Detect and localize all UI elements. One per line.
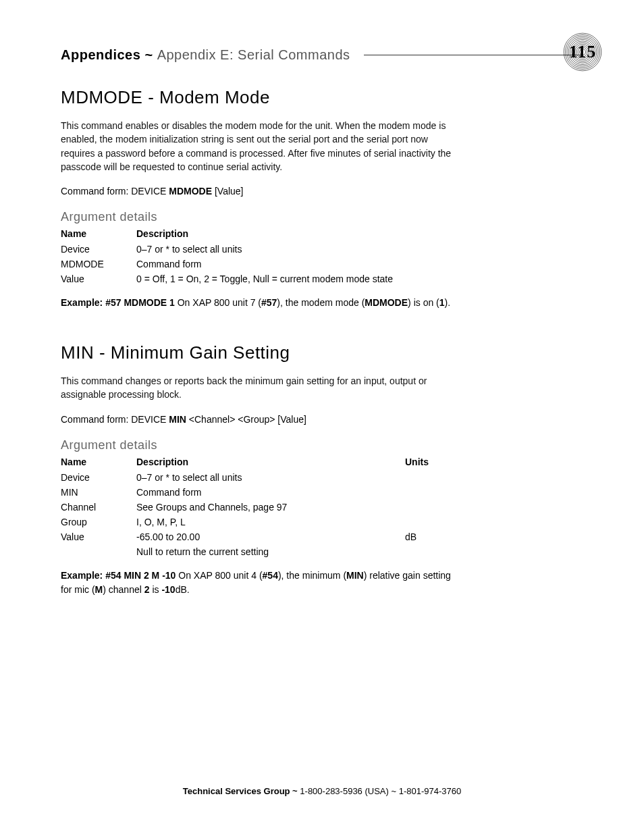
footer: Technical Services Group ~ 1-800-283-593… (0, 786, 644, 796)
breadcrumb: Appendices ~ Appendix E: Serial Commands (61, 47, 350, 63)
table-header-row: Name Description Units (61, 455, 459, 470)
arg-name: Value (61, 529, 136, 544)
arg-name: MDMODE (61, 257, 136, 271)
arg-name: Value (61, 271, 136, 286)
example-bold: #57 (261, 297, 277, 308)
col-name-header: Name (61, 227, 136, 242)
footer-rest: 1-800-283-5936 (USA) ~ 1-801-974-3760 (300, 786, 461, 796)
page-number: 115 (563, 32, 602, 72)
table-row: Channel See Groups and Channels, page 97 (61, 500, 459, 515)
arg-desc: Command form (136, 257, 459, 271)
example-text: ) channel (103, 584, 144, 595)
page-number-badge: 115 (563, 32, 602, 72)
command-form-bold: MIN (169, 414, 186, 425)
arg-name: Channel (61, 500, 136, 515)
arg-units (405, 544, 459, 559)
example-cmd: Example: #57 MDMODE 1 (61, 297, 175, 308)
arg-desc: -65.00 to 20.00 (136, 529, 405, 544)
arg-name: MIN (61, 485, 136, 500)
table-row: Value 0 = Off, 1 = On, 2 = Toggle, Null … (61, 271, 459, 286)
table-row: Null to return the current setting (61, 544, 459, 559)
example-bold: -10 (161, 584, 175, 595)
breadcrumb-light: Appendix E: Serial Commands (157, 47, 350, 62)
page-header: Appendices ~ Appendix E: Serial Commands (61, 47, 583, 63)
arg-desc: Command form (136, 485, 405, 500)
example: Example: #54 MIN 2 M -10 On XAP 800 unit… (61, 569, 459, 597)
arg-units: dB (405, 529, 459, 544)
example-text: ). (445, 297, 451, 308)
section-title: MIN - Minimum Gain Setting (61, 342, 459, 363)
arg-desc: I, O, M, P, L (136, 515, 405, 529)
arg-desc: 0 = Off, 1 = On, 2 = Toggle, Null = curr… (136, 271, 459, 286)
example-text: ) is on ( (408, 297, 439, 308)
example-text: dB. (176, 584, 190, 595)
arg-desc: 0–7 or * to select all units (136, 470, 405, 485)
arg-name: Device (61, 242, 136, 257)
table-row: MIN Command form (61, 485, 459, 500)
command-form-rest: [Value] (212, 186, 243, 197)
argument-details-heading: Argument details (61, 210, 459, 224)
argument-table: Name Description Units Device 0–7 or * t… (61, 455, 459, 559)
command-form: Command form: DEVICE MDMODE [Value] (61, 186, 459, 197)
arg-desc: See Groups and Channels, page 97 (136, 500, 405, 515)
arg-desc: Null to return the current setting (136, 544, 405, 559)
command-form-bold: MDMODE (169, 186, 212, 197)
example-text: ), the modem mode ( (277, 297, 365, 308)
example-text: is (150, 584, 162, 595)
table-header-row: Name Description (61, 227, 459, 242)
section-body: This command enables or disables the mod… (61, 119, 459, 174)
example: Example: #57 MDMODE 1 On XAP 800 unit 7 … (61, 296, 459, 310)
main-content: MDMODE - Modem Mode This command enables… (61, 87, 459, 597)
example-bold: M (95, 584, 103, 595)
example-bold: MDMODE (365, 297, 408, 308)
example-bold: MIN (346, 570, 364, 581)
example-bold: #54 (263, 570, 278, 581)
arg-name: Group (61, 515, 136, 529)
argument-details-heading: Argument details (61, 438, 459, 452)
table-row: Group I, O, M, P, L (61, 515, 459, 529)
table-row: MDMODE Command form (61, 257, 459, 271)
command-form-label: Command form: DEVICE (61, 186, 169, 197)
col-units-header: Units (405, 455, 459, 470)
table-row: Value -65.00 to 20.00 dB (61, 529, 459, 544)
example-bold: 1 (439, 297, 445, 308)
header-rule (364, 55, 583, 55)
table-row: Device 0–7 or * to select all units (61, 242, 459, 257)
footer-bold: Technical Services Group ~ (183, 786, 300, 796)
example-text: On XAP 800 unit 4 ( (176, 570, 262, 581)
col-desc-header: Description (136, 455, 405, 470)
example-bold: 2 (144, 584, 150, 595)
argument-table: Name Description Device 0–7 or * to sele… (61, 227, 459, 286)
table-row: Device 0–7 or * to select all units (61, 470, 459, 485)
example-text: ), the minimum ( (278, 570, 346, 581)
arg-units (405, 500, 459, 515)
arg-name: Device (61, 470, 136, 485)
command-form: Command form: DEVICE MIN <Channel> <Grou… (61, 414, 459, 425)
example-text: On XAP 800 unit 7 ( (175, 297, 261, 308)
section-body: This command changes or reports back the… (61, 374, 459, 402)
col-desc-header: Description (136, 227, 459, 242)
arg-units (405, 515, 459, 529)
arg-units (405, 470, 459, 485)
breadcrumb-bold: Appendices ~ (61, 47, 157, 62)
arg-desc: 0–7 or * to select all units (136, 242, 459, 257)
arg-units (405, 485, 459, 500)
col-name-header: Name (61, 455, 136, 470)
command-form-label: Command form: DEVICE (61, 414, 169, 425)
page: Appendices ~ Appendix E: Serial Commands… (0, 0, 644, 834)
example-cmd: Example: #54 MIN 2 M -10 (61, 570, 176, 581)
section-title: MDMODE - Modem Mode (61, 87, 459, 108)
arg-name (61, 544, 136, 559)
command-form-rest: <Channel> <Group> [Value] (186, 414, 306, 425)
